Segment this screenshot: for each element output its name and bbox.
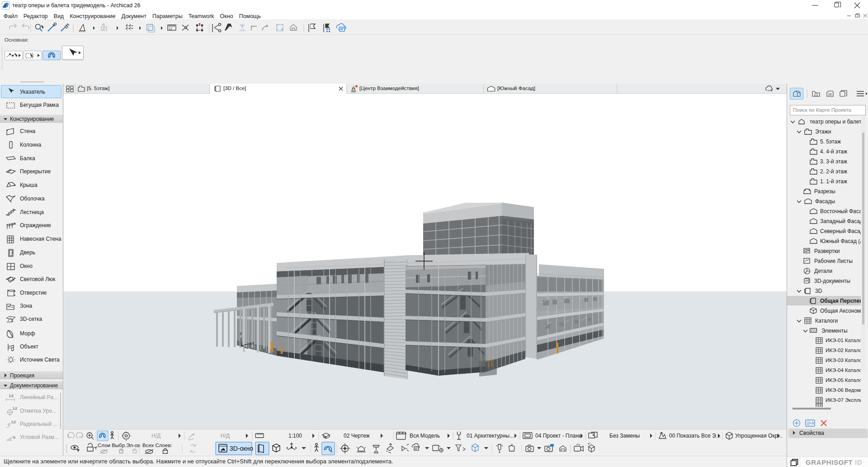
svg-text:1.2: 1.2: [11, 420, 16, 424]
svg-text:α: α: [13, 435, 15, 439]
svg-text:Слои Выбр.Эл-ов: Слои Выбр.Эл-ов: [98, 443, 140, 448]
svg-text:12: 12: [169, 27, 172, 30]
svg-text:1.2: 1.2: [13, 407, 17, 410]
svg-text:Н/Д: Н/Д: [221, 433, 230, 439]
svg-text:1.2: 1.2: [9, 394, 14, 397]
svg-text:00 Показать Все Э...: 00 Показать Все Э...: [669, 433, 721, 439]
svg-text:Н/Д: Н/Д: [151, 433, 160, 439]
svg-text:3D-окно: 3D-окно: [230, 445, 253, 452]
svg-text:02 Чертеж: 02 Чертеж: [344, 433, 370, 439]
svg-text:Вся Модель: Вся Модель: [410, 433, 440, 439]
svg-text:z: z: [240, 331, 242, 336]
svg-text:Всех Слоев:: Всех Слоев:: [142, 443, 172, 448]
svg-text:04 Проект - Планы: 04 Проект - Планы: [535, 433, 582, 439]
svg-text:Упрощенная Окр...: Упрощенная Окр...: [735, 433, 782, 439]
svg-text:01 Архитектурны...: 01 Архитектурны...: [467, 433, 514, 439]
svg-text:Без Замены: Без Замены: [609, 433, 640, 439]
svg-text:xY: xY: [250, 341, 255, 346]
svg-text:1:100: 1:100: [288, 433, 302, 439]
